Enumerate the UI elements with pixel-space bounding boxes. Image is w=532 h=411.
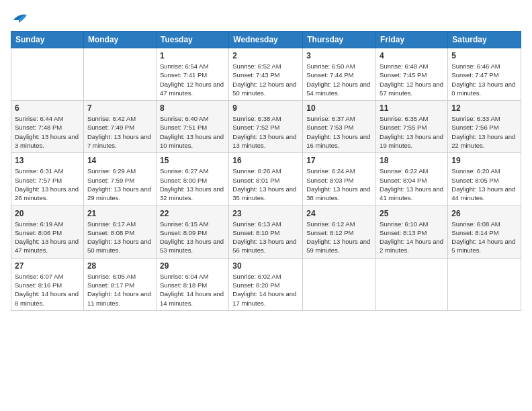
calendar-cell: 14Sunrise: 6:29 AMSunset: 7:59 PMDayligh… bbox=[83, 153, 156, 205]
day-detail: Sunrise: 6:50 AMSunset: 7:44 PMDaylight:… bbox=[306, 62, 372, 97]
day-number: 1 bbox=[160, 51, 225, 60]
day-number: 15 bbox=[160, 156, 225, 165]
day-number: 7 bbox=[87, 103, 152, 113]
day-detail: Sunrise: 6:31 AMSunset: 7:57 PMDaylight:… bbox=[15, 167, 80, 202]
logo-bird-icon bbox=[12, 11, 27, 23]
calendar-cell bbox=[83, 48, 156, 101]
calendar-cell: 25Sunrise: 6:10 AMSunset: 8:13 PMDayligh… bbox=[376, 205, 448, 258]
day-number: 8 bbox=[160, 103, 225, 113]
day-number: 22 bbox=[160, 209, 225, 218]
calendar-cell: 11Sunrise: 6:35 AMSunset: 7:55 PMDayligh… bbox=[376, 101, 448, 153]
calendar-cell: 6Sunrise: 6:44 AMSunset: 7:48 PMDaylight… bbox=[11, 101, 84, 153]
day-detail: Sunrise: 6:46 AMSunset: 7:47 PMDaylight:… bbox=[451, 62, 517, 97]
calendar-week-row: 13Sunrise: 6:31 AMSunset: 7:57 PMDayligh… bbox=[11, 153, 521, 205]
day-number: 6 bbox=[15, 103, 80, 113]
header bbox=[11, 11, 521, 23]
calendar-cell: 17Sunrise: 6:24 AMSunset: 8:03 PMDayligh… bbox=[303, 153, 376, 205]
calendar-cell: 16Sunrise: 6:26 AMSunset: 8:01 PMDayligh… bbox=[229, 153, 303, 205]
day-number: 13 bbox=[15, 156, 80, 165]
day-detail: Sunrise: 6:20 AMSunset: 8:05 PMDaylight:… bbox=[451, 167, 517, 202]
calendar-cell: 21Sunrise: 6:17 AMSunset: 8:08 PMDayligh… bbox=[83, 205, 156, 258]
day-detail: Sunrise: 6:13 AMSunset: 8:10 PMDaylight:… bbox=[232, 220, 299, 255]
day-number: 25 bbox=[380, 209, 444, 218]
calendar-cell bbox=[448, 258, 521, 310]
calendar-cell: 23Sunrise: 6:13 AMSunset: 8:10 PMDayligh… bbox=[229, 205, 303, 258]
day-detail: Sunrise: 6:07 AMSunset: 8:16 PMDaylight:… bbox=[15, 272, 80, 308]
day-detail: Sunrise: 6:05 AMSunset: 8:17 PMDaylight:… bbox=[87, 272, 152, 308]
calendar-cell: 10Sunrise: 6:37 AMSunset: 7:53 PMDayligh… bbox=[303, 101, 376, 153]
day-detail: Sunrise: 6:02 AMSunset: 8:20 PMDaylight:… bbox=[232, 272, 299, 308]
day-detail: Sunrise: 6:29 AMSunset: 7:59 PMDaylight:… bbox=[87, 167, 152, 202]
day-number: 5 bbox=[451, 51, 517, 60]
day-number: 2 bbox=[232, 51, 299, 60]
day-number: 26 bbox=[451, 209, 517, 218]
day-detail: Sunrise: 6:22 AMSunset: 8:04 PMDaylight:… bbox=[380, 167, 444, 202]
calendar-cell: 24Sunrise: 6:12 AMSunset: 8:12 PMDayligh… bbox=[303, 205, 376, 258]
calendar-cell: 15Sunrise: 6:27 AMSunset: 8:00 PMDayligh… bbox=[156, 153, 228, 205]
calendar-cell: 12Sunrise: 6:33 AMSunset: 7:56 PMDayligh… bbox=[448, 101, 521, 153]
day-detail: Sunrise: 6:24 AMSunset: 8:03 PMDaylight:… bbox=[306, 167, 372, 202]
day-number: 28 bbox=[87, 261, 152, 271]
calendar-cell: 30Sunrise: 6:02 AMSunset: 8:20 PMDayligh… bbox=[229, 258, 303, 310]
col-header-saturday: Saturday bbox=[448, 32, 521, 48]
day-number: 24 bbox=[306, 209, 372, 218]
col-header-thursday: Thursday bbox=[303, 32, 376, 48]
day-detail: Sunrise: 6:38 AMSunset: 7:52 PMDaylight:… bbox=[232, 114, 299, 150]
day-detail: Sunrise: 6:27 AMSunset: 8:00 PMDaylight:… bbox=[160, 167, 225, 202]
calendar-cell: 27Sunrise: 6:07 AMSunset: 8:16 PMDayligh… bbox=[11, 258, 84, 310]
calendar-cell: 18Sunrise: 6:22 AMSunset: 8:04 PMDayligh… bbox=[376, 153, 448, 205]
col-header-sunday: Sunday bbox=[11, 32, 84, 48]
calendar-cell: 7Sunrise: 6:42 AMSunset: 7:49 PMDaylight… bbox=[83, 101, 156, 153]
day-number: 4 bbox=[380, 51, 444, 60]
calendar-table: SundayMondayTuesdayWednesdayThursdayFrid… bbox=[11, 31, 521, 311]
day-detail: Sunrise: 6:42 AMSunset: 7:49 PMDaylight:… bbox=[87, 114, 152, 150]
day-number: 29 bbox=[160, 261, 225, 271]
logo bbox=[11, 11, 27, 23]
calendar-cell: 1Sunrise: 6:54 AMSunset: 7:41 PMDaylight… bbox=[156, 48, 228, 101]
calendar-cell: 3Sunrise: 6:50 AMSunset: 7:44 PMDaylight… bbox=[303, 48, 376, 101]
day-number: 11 bbox=[380, 103, 444, 113]
calendar-cell bbox=[376, 258, 448, 310]
col-header-tuesday: Tuesday bbox=[156, 32, 228, 48]
calendar-cell: 29Sunrise: 6:04 AMSunset: 8:18 PMDayligh… bbox=[156, 258, 228, 310]
day-detail: Sunrise: 6:26 AMSunset: 8:01 PMDaylight:… bbox=[232, 167, 299, 202]
calendar-week-row: 6Sunrise: 6:44 AMSunset: 7:48 PMDaylight… bbox=[11, 101, 521, 153]
calendar-cell: 2Sunrise: 6:52 AMSunset: 7:43 PMDaylight… bbox=[229, 48, 303, 101]
calendar-cell: 13Sunrise: 6:31 AMSunset: 7:57 PMDayligh… bbox=[11, 153, 84, 205]
day-number: 30 bbox=[232, 261, 299, 271]
logo-text bbox=[11, 11, 27, 23]
day-detail: Sunrise: 6:40 AMSunset: 7:51 PMDaylight:… bbox=[160, 114, 225, 150]
day-number: 12 bbox=[451, 103, 517, 113]
calendar-cell: 26Sunrise: 6:08 AMSunset: 8:14 PMDayligh… bbox=[448, 205, 521, 258]
day-number: 20 bbox=[15, 209, 80, 218]
page: SundayMondayTuesdayWednesdayThursdayFrid… bbox=[0, 0, 532, 411]
calendar-cell: 19Sunrise: 6:20 AMSunset: 8:05 PMDayligh… bbox=[448, 153, 521, 205]
day-number: 14 bbox=[87, 156, 152, 165]
day-number: 27 bbox=[15, 261, 80, 271]
calendar-cell: 4Sunrise: 6:48 AMSunset: 7:45 PMDaylight… bbox=[376, 48, 448, 101]
day-detail: Sunrise: 6:35 AMSunset: 7:55 PMDaylight:… bbox=[380, 114, 444, 150]
calendar-cell: 5Sunrise: 6:46 AMSunset: 7:47 PMDaylight… bbox=[448, 48, 521, 101]
day-number: 23 bbox=[232, 209, 299, 218]
calendar-cell: 8Sunrise: 6:40 AMSunset: 7:51 PMDaylight… bbox=[156, 101, 228, 153]
day-detail: Sunrise: 6:48 AMSunset: 7:45 PMDaylight:… bbox=[380, 62, 444, 97]
day-detail: Sunrise: 6:15 AMSunset: 8:09 PMDaylight:… bbox=[160, 220, 225, 255]
day-number: 19 bbox=[451, 156, 517, 165]
calendar-cell: 20Sunrise: 6:19 AMSunset: 8:06 PMDayligh… bbox=[11, 205, 84, 258]
day-detail: Sunrise: 6:33 AMSunset: 7:56 PMDaylight:… bbox=[451, 114, 517, 150]
calendar-week-row: 1Sunrise: 6:54 AMSunset: 7:41 PMDaylight… bbox=[11, 48, 521, 101]
col-header-monday: Monday bbox=[83, 32, 156, 48]
col-header-wednesday: Wednesday bbox=[229, 32, 303, 48]
day-number: 16 bbox=[232, 156, 299, 165]
day-detail: Sunrise: 6:19 AMSunset: 8:06 PMDaylight:… bbox=[15, 220, 80, 255]
calendar-cell: 9Sunrise: 6:38 AMSunset: 7:52 PMDaylight… bbox=[229, 101, 303, 153]
day-number: 10 bbox=[306, 103, 372, 113]
day-number: 18 bbox=[380, 156, 444, 165]
col-header-friday: Friday bbox=[376, 32, 448, 48]
day-detail: Sunrise: 6:08 AMSunset: 8:14 PMDaylight:… bbox=[451, 220, 517, 255]
day-detail: Sunrise: 6:10 AMSunset: 8:13 PMDaylight:… bbox=[380, 220, 444, 255]
day-detail: Sunrise: 6:37 AMSunset: 7:53 PMDaylight:… bbox=[306, 114, 372, 150]
day-detail: Sunrise: 6:12 AMSunset: 8:12 PMDaylight:… bbox=[306, 220, 372, 255]
day-number: 3 bbox=[306, 51, 372, 60]
day-detail: Sunrise: 6:04 AMSunset: 8:18 PMDaylight:… bbox=[160, 272, 225, 308]
